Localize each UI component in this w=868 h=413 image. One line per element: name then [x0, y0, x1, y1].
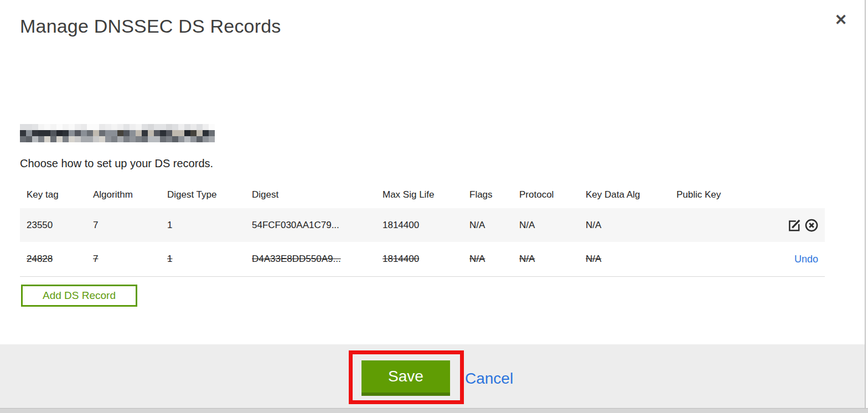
col-header-algorithm: Algorithm: [86, 189, 161, 200]
cell-algorithm: 7: [86, 254, 161, 265]
cell-flags: N/A: [463, 254, 513, 265]
cell-digest: D4A33E8DD550A9...: [245, 254, 376, 265]
table-row-deleted: 24828 7 1 D4A33E8DD550A9... 1814400 N/A …: [20, 242, 825, 277]
cell-max-sig-life: 1814400: [376, 220, 463, 231]
undo-link[interactable]: Undo: [794, 254, 818, 265]
table-row: 23550 7 1 54FCF030AA1C79... 1814400 N/A …: [20, 208, 825, 242]
close-icon[interactable]: ✕: [832, 11, 850, 29]
col-header-protocol: Protocol: [513, 189, 579, 200]
col-header-max-sig-life: Max Sig Life: [376, 189, 463, 200]
save-highlight-annotation: Save: [349, 350, 464, 404]
cell-key-data-alg: N/A: [579, 254, 670, 265]
setup-instruction-text: Choose how to set up your DS records.: [20, 157, 213, 170]
cancel-link[interactable]: Cancel: [465, 370, 513, 388]
cell-digest: 54FCF030AA1C79...: [245, 220, 376, 231]
window-right-border: [865, 0, 866, 413]
cell-algorithm: 7: [86, 220, 161, 231]
col-header-digest: Digest: [245, 189, 376, 200]
cell-digest-type: 1: [161, 220, 245, 231]
cell-protocol: N/A: [513, 220, 579, 231]
table-header-row: Key tag Algorithm Digest Type Digest Max…: [20, 182, 825, 208]
save-button[interactable]: Save: [361, 360, 450, 396]
cell-key-data-alg: N/A: [579, 220, 670, 231]
edit-icon[interactable]: [787, 218, 802, 233]
cell-flags: N/A: [463, 220, 513, 231]
cell-protocol: N/A: [513, 254, 579, 265]
col-header-key-tag: Key tag: [20, 189, 86, 200]
page-title: Manage DNSSEC DS Records: [20, 16, 281, 37]
col-header-public-key: Public Key: [670, 189, 741, 200]
modal-footer: Save Cancel: [0, 344, 865, 413]
cell-key-tag: 23550: [20, 220, 86, 231]
cell-digest-type: 1: [161, 254, 245, 265]
window-bottom-edge: [0, 408, 868, 413]
cell-key-tag: 24828: [20, 254, 86, 265]
cell-max-sig-life: 1814400: [376, 254, 463, 265]
dnssec-modal: Manage DNSSEC DS Records ✕ Choose how to…: [0, 0, 868, 413]
delete-icon[interactable]: [804, 218, 819, 233]
add-ds-record-button[interactable]: Add DS Record: [21, 285, 137, 307]
redacted-domain-name: [20, 124, 215, 142]
col-header-flags: Flags: [463, 189, 513, 200]
col-header-digest-type: Digest Type: [161, 189, 245, 200]
col-header-key-data-alg: Key Data Alg: [579, 189, 670, 200]
ds-records-table: Key tag Algorithm Digest Type Digest Max…: [20, 182, 825, 277]
